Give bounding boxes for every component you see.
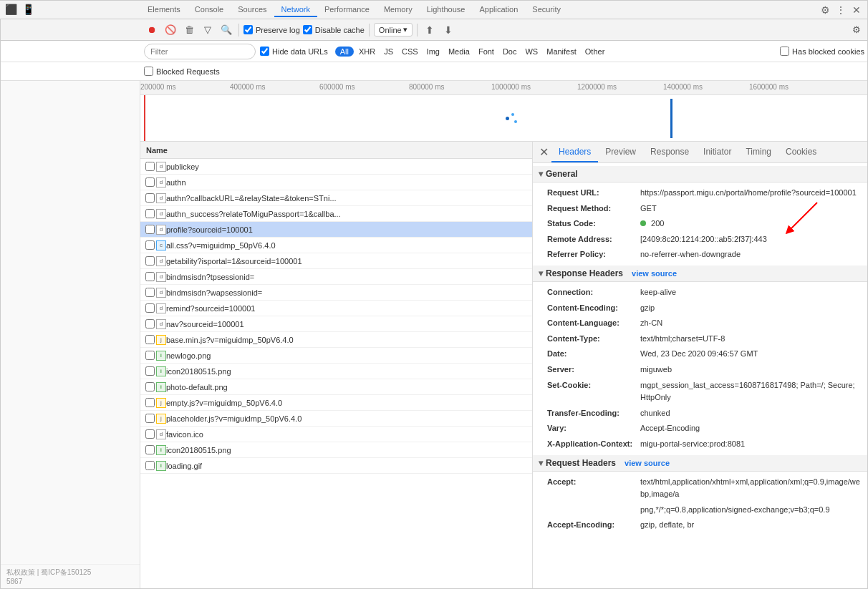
- row-checkbox[interactable]: [143, 240, 156, 250]
- file-type-icon: d: [156, 256, 166, 266]
- filter-type-manifest[interactable]: Manifest: [543, 47, 580, 57]
- row-checkbox[interactable]: [143, 366, 156, 376]
- row-checkbox[interactable]: [143, 398, 156, 407]
- disable-cache-checkbox[interactable]: Disable cache: [303, 25, 365, 34]
- request-row[interactable]: d getability?isportal=1&sourceid=100001: [140, 253, 532, 269]
- tab-initiator[interactable]: Initiator: [696, 142, 738, 162]
- request-row[interactable]: i photo-default.png: [140, 379, 532, 395]
- request-row[interactable]: d nav?sourceid=100001: [140, 316, 532, 332]
- request-row[interactable]: j placeholder.js?v=miguidmp_50pV6.4.0: [140, 411, 532, 427]
- request-row[interactable]: j empty.js?v=miguidmp_50pV6.4.0: [140, 395, 532, 411]
- filter-type-doc[interactable]: Doc: [499, 47, 521, 57]
- blocked-requests-checkbox[interactable]: Blocked Requests: [144, 67, 220, 76]
- response-headers-view-source[interactable]: view source: [632, 269, 677, 278]
- row-checkbox[interactable]: [143, 193, 156, 203]
- stop-button[interactable]: 🚫: [163, 22, 178, 38]
- row-checkbox[interactable]: [143, 256, 156, 266]
- import-har-button[interactable]: ⬆: [422, 22, 438, 38]
- row-checkbox[interactable]: [143, 225, 156, 234]
- row-checkbox[interactable]: [143, 335, 156, 344]
- row-checkbox[interactable]: [143, 414, 156, 423]
- filter-type-img[interactable]: Img: [423, 47, 443, 57]
- device-icon[interactable]: 📱: [20, 1, 36, 17]
- inspect-icon[interactable]: ⬛: [3, 1, 19, 17]
- tab-response[interactable]: Response: [643, 142, 696, 162]
- waterfall-area: [140, 95, 867, 142]
- export-har-button[interactable]: ⬇: [440, 22, 456, 38]
- search-button[interactable]: 🔍: [218, 22, 234, 38]
- filter-type-other[interactable]: Other: [582, 47, 609, 57]
- tab-memory[interactable]: Memory: [377, 3, 420, 17]
- row-checkbox[interactable]: [143, 209, 156, 218]
- request-row[interactable]: d authn?callbackURL=&relayState=&token=S…: [140, 190, 532, 206]
- hide-data-urls-checkbox[interactable]: Hide data URLs: [260, 47, 328, 56]
- filter-type-media[interactable]: Media: [445, 47, 473, 57]
- request-row[interactable]: i loading.gif: [140, 458, 532, 474]
- row-checkbox[interactable]: [143, 461, 156, 470]
- tab-lighthouse[interactable]: Lighthouse: [420, 3, 473, 17]
- filter-button[interactable]: ▽: [200, 22, 216, 38]
- file-type-icon: c: [156, 240, 166, 250]
- row-checkbox[interactable]: [143, 319, 156, 328]
- general-toggle[interactable]: ▾: [539, 169, 543, 179]
- row-checkbox[interactable]: [143, 162, 156, 171]
- tab-network[interactable]: Network: [274, 3, 317, 17]
- filter-type-all[interactable]: All: [335, 47, 354, 57]
- response-headers-toggle[interactable]: ▾: [539, 268, 543, 278]
- request-row[interactable]: d authn: [140, 175, 532, 190]
- row-checkbox[interactable]: [143, 288, 156, 297]
- tab-console[interactable]: Console: [188, 3, 231, 17]
- filter-input[interactable]: [144, 44, 256, 59]
- request-headers-toggle[interactable]: ▾: [539, 458, 543, 468]
- tick-2: 600000 ms: [319, 83, 355, 91]
- request-row[interactable]: i icon20180515.png: [140, 364, 532, 379]
- preserve-log-checkbox[interactable]: Preserve log: [243, 25, 300, 34]
- row-checkbox[interactable]: [143, 351, 156, 360]
- request-row[interactable]: d favicon.ico: [140, 427, 532, 442]
- request-row[interactable]: i icon20180515.png: [140, 442, 532, 458]
- has-blocked-cookies[interactable]: Has blocked cookies: [780, 47, 864, 56]
- waterfall-line-start: [144, 95, 145, 142]
- row-checkbox[interactable]: [143, 303, 156, 313]
- request-row[interactable]: d bindmsisdn?tpsessionid=: [140, 269, 532, 285]
- row-checkbox[interactable]: [143, 272, 156, 281]
- clear-button[interactable]: 🗑: [181, 22, 197, 38]
- row-checkbox[interactable]: [143, 177, 156, 187]
- request-row[interactable]: c all.css?v=miguidmp_50pV6.4.0: [140, 238, 532, 253]
- request-row[interactable]: d publickey: [140, 159, 532, 175]
- filter-type-ws[interactable]: WS: [521, 47, 541, 57]
- tab-preview[interactable]: Preview: [598, 142, 643, 162]
- tab-headers[interactable]: Headers: [551, 142, 598, 162]
- tab-security[interactable]: Security: [525, 3, 568, 17]
- request-row[interactable]: d remind?sourceid=100001: [140, 301, 532, 316]
- request-row[interactable]: d bindmsisdn?wapsessionid=: [140, 285, 532, 301]
- filter-type-font[interactable]: Font: [475, 47, 498, 57]
- tab-performance[interactable]: Performance: [317, 3, 377, 17]
- transfer-encoding-row: Transfer-Encoding: chunked: [533, 406, 867, 422]
- filter-type-js[interactable]: JS: [380, 47, 397, 57]
- request-row-selected[interactable]: d profile?sourceid=100001 ➜: [140, 222, 532, 238]
- throttle-dropdown[interactable]: Online ▾: [374, 23, 413, 36]
- request-row[interactable]: j base.min.js?v=miguidmp_50pV6.4.0: [140, 332, 532, 348]
- tab-sources[interactable]: Sources: [231, 3, 274, 17]
- row-checkbox[interactable]: [143, 429, 156, 439]
- row-checkbox[interactable]: [143, 445, 156, 454]
- request-row[interactable]: i newlogo.png: [140, 348, 532, 364]
- record-button[interactable]: ⏺: [144, 22, 160, 38]
- close-devtools-icon[interactable]: ✕: [849, 2, 864, 18]
- settings-network-button[interactable]: ⚙: [849, 22, 864, 38]
- filter-bar: Hide data URLs All XHR JS CSS Img Media …: [1, 41, 867, 62]
- settings-icon[interactable]: ⚙: [817, 2, 833, 18]
- tab-application[interactable]: Application: [472, 3, 525, 17]
- row-checkbox[interactable]: [143, 382, 156, 391]
- filter-type-css[interactable]: CSS: [398, 47, 422, 57]
- request-row[interactable]: d authn_success?relateToMiguPassport=1&c…: [140, 206, 532, 222]
- more-icon[interactable]: ⋮: [833, 2, 849, 18]
- tab-cookies[interactable]: Cookies: [778, 142, 824, 162]
- filter-type-xhr[interactable]: XHR: [355, 47, 379, 57]
- request-headers-view-source[interactable]: view source: [625, 459, 670, 467]
- sidebar-bottom-text: 私权政策 | 蜀ICP备150125 5867: [1, 564, 140, 588]
- tab-elements[interactable]: Elements: [140, 3, 188, 17]
- close-detail-button[interactable]: ✕: [536, 145, 551, 160]
- tab-timing[interactable]: Timing: [738, 142, 778, 162]
